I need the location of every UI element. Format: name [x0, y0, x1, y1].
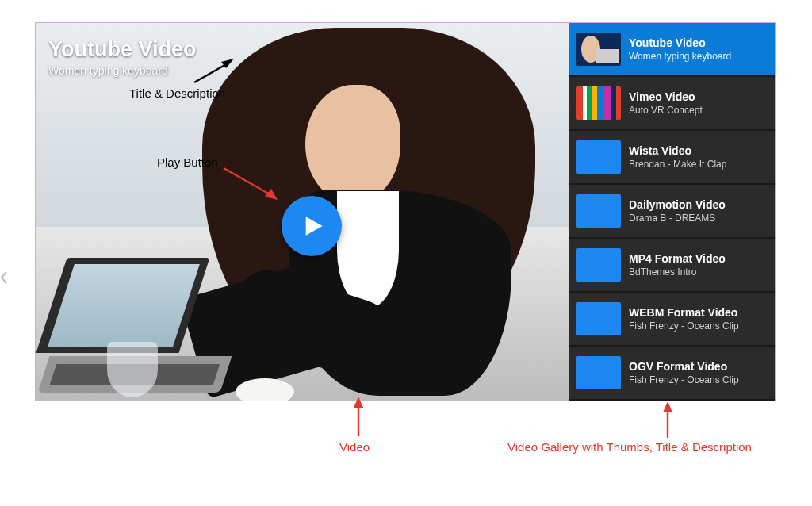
- gallery-item[interactable]: Youtube VideoWomen typing keyboard: [569, 23, 775, 77]
- gallery-thumb: [576, 248, 621, 282]
- gallery-item[interactable]: Dailymotion VideoDrama B - DREAMS: [569, 185, 775, 239]
- play-icon: [302, 215, 324, 237]
- annotation-title-desc: Title & Description: [129, 86, 225, 100]
- gallery-item-title: MP4 Format Video: [629, 252, 726, 265]
- gallery-item-title: Dailymotion Video: [629, 198, 726, 211]
- chevron-left-icon: [0, 270, 8, 285]
- gallery-item-title: Wista Video: [629, 144, 726, 157]
- gallery-item-desc: Fish Frenzy - Oceans Clip: [629, 374, 739, 385]
- video-subtitle: Women typing keyboard: [48, 64, 197, 77]
- svg-marker-8: [663, 401, 672, 412]
- video-title-overlay: Youtube Video Women typing keyboard: [48, 37, 197, 77]
- gallery-item-desc: Women typing keyboard: [629, 51, 731, 62]
- annotation-arrow: [657, 401, 680, 441]
- annotation-arrow: [186, 59, 234, 87]
- carousel-prev-button[interactable]: [0, 262, 11, 293]
- gallery-item-desc: Auto VR Concept: [629, 105, 703, 116]
- page-stage: { "overlay": { "title": "Youtube Video",…: [0, 0, 812, 506]
- video-title: Youtube Video: [48, 37, 197, 62]
- gallery-item-desc: Fish Frenzy - Oceans Clip: [629, 320, 739, 332]
- annotation-video: Video: [339, 440, 370, 454]
- video-gallery-list[interactable]: Youtube VideoWomen typing keyboardVimeo …: [569, 23, 775, 401]
- svg-line-1: [194, 63, 228, 82]
- gallery-item-title: Youtube Video: [629, 36, 731, 49]
- video-player-component: Youtube Video Women typing keyboard Yout…: [35, 22, 776, 401]
- gallery-item[interactable]: Wista VideoBrendan - Make It Clap: [569, 131, 775, 185]
- gallery-item[interactable]: WEBM Format VideoFish Frenzy - Oceans Cl…: [569, 293, 775, 347]
- gallery-item-desc: Drama B - DREAMS: [629, 213, 726, 224]
- gallery-item-title: WEBM Format Video: [629, 306, 739, 319]
- gallery-item-desc: BdThemes Intro: [629, 266, 726, 278]
- gallery-item[interactable]: MP4 Format VideoBdThemes Intro: [569, 239, 775, 293]
- gallery-thumb: [576, 302, 621, 335]
- gallery-item[interactable]: OGV Format VideoFish Frenzy - Oceans Cli…: [569, 347, 775, 401]
- gallery-item[interactable]: Vimeo VideoAuto VR Concept: [569, 77, 775, 131]
- gallery-thumb: [576, 86, 621, 120]
- svg-marker-6: [354, 397, 363, 408]
- gallery-item-title: Vimeo Video: [629, 90, 703, 103]
- main-video-area[interactable]: Youtube Video Women typing keyboard: [36, 23, 570, 401]
- annotation-gallery: Video Gallery with Thumbs, Title & Descr…: [508, 440, 752, 454]
- annotation-arrow: [220, 165, 284, 203]
- gallery-thumb: [576, 356, 621, 389]
- svg-line-3: [224, 168, 271, 195]
- gallery-item-title: OGV Format Video: [629, 360, 739, 373]
- gallery-item-desc: Brendan - Make It Clap: [629, 159, 726, 170]
- play-button[interactable]: [282, 196, 342, 256]
- svg-marker-4: [265, 189, 278, 200]
- gallery-thumb: [576, 140, 621, 174]
- gallery-thumb: [576, 194, 621, 228]
- annotation-arrow: [347, 397, 371, 441]
- annotation-play-button: Play Button: [157, 155, 218, 169]
- svg-marker-0: [306, 217, 323, 235]
- gallery-thumb: [576, 33, 621, 66]
